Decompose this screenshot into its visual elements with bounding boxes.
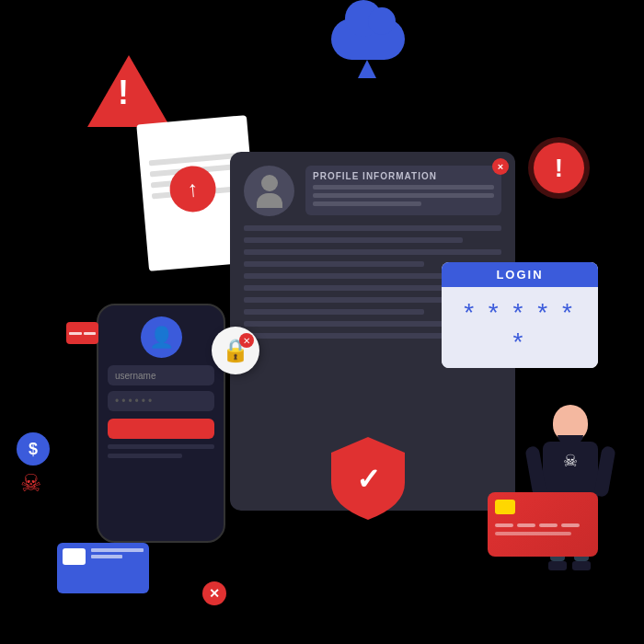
skull-shirt-icon: ☠ [563,451,578,471]
content-line [244,285,463,291]
info-line [313,193,494,198]
info-line [313,185,494,190]
main-scene: ! ↑ PROFILE INFORMATION [0,0,644,644]
hacker-shoe [572,561,591,570]
profile-info-title: PROFILE INFORMATION [313,171,494,181]
card-number [495,523,591,527]
error-circle-icon: ✕ [202,581,226,605]
phone-line [108,444,214,449]
dollar-icon: $ [17,432,50,466]
phone-avatar-icon: 👤 [141,316,182,358]
content-line [244,309,424,315]
warning-circle-icon: ! [534,143,584,193]
user-icon: 👤 [149,326,174,350]
key-icon: 🗝 [13,483,51,523]
card-line [91,555,122,558]
username-placeholder: username [115,371,155,381]
badge-line [84,332,97,335]
info-line [313,201,421,206]
shield-icon: ✓ [327,432,409,524]
login-button[interactable] [108,419,214,439]
warning-triangle-icon [87,55,170,127]
upload-arrow-icon [358,60,376,78]
hacker-shoe [548,561,567,570]
hacker-head [553,405,588,442]
id-card-icon [57,543,149,593]
password-field[interactable]: •••••• [108,391,214,411]
login-dialog[interactable]: LOGIN * * * * * * [442,262,598,368]
lock-icon: 🔒 ✕ [222,338,249,363]
badge-line [69,332,82,335]
content-line [244,237,463,243]
password-field[interactable]: * * * * * * [453,298,587,357]
alert-badge [66,322,98,344]
content-line [244,249,501,255]
lock-bubble: 🔒 ✕ [212,327,259,374]
login-body: * * * * * * [442,287,598,368]
credit-card-icon [488,492,598,557]
password-placeholder: •••••• [115,395,155,408]
username-field[interactable]: username [108,365,214,385]
svg-text:✓: ✓ [356,463,381,496]
content-line [244,261,424,267]
card-line [495,532,571,535]
content-line [244,225,501,231]
phone-line [108,454,182,458]
card-chip [495,500,515,514]
card-photo [63,548,86,565]
profile-info-box: PROFILE INFORMATION × [305,166,501,215]
phone-device: 👤 username •••••• [97,304,225,543]
avatar [244,166,294,216]
profile-header: PROFILE INFORMATION × [244,166,501,216]
login-header: LOGIN [442,262,598,287]
close-button[interactable]: × [492,158,509,175]
lock-error-icon: ✕ [239,333,254,348]
card-line [91,548,144,552]
cloud-icon [331,18,405,64]
